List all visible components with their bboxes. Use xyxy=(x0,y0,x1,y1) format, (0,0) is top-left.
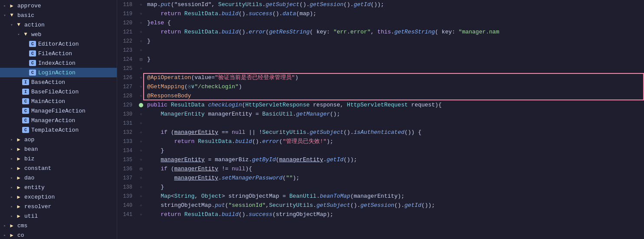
sidebar-item-BaseFileAction[interactable]: I BaseFileAction xyxy=(0,87,117,96)
line-gutter: ◆ xyxy=(137,93,145,98)
line-gutter: ◆ xyxy=(137,48,145,53)
folder-icon: ▶ xyxy=(15,184,23,191)
line-code: return ResultData.build().success(string… xyxy=(145,210,333,219)
line-gutter: ◆ xyxy=(137,212,145,217)
line-number: 121 xyxy=(117,29,137,35)
line-gutter: ◆ xyxy=(137,20,145,25)
line-gutter: ◆ xyxy=(137,139,145,144)
line-number: 127 xyxy=(117,84,137,90)
sidebar-item-MainAction[interactable]: C MainAction xyxy=(0,96,117,106)
class-icon: C xyxy=(22,98,30,105)
line-code: if (managerEntity != null){ xyxy=(145,164,252,173)
sidebar-item-biz[interactable]: ▸ ▶ biz xyxy=(0,154,117,163)
code-line: 134◆ } xyxy=(117,146,644,155)
sidebar-item-EditorAction[interactable]: C EditorAction xyxy=(0,39,117,49)
sidebar-item-action[interactable]: ▾ ▼ action xyxy=(0,20,117,30)
tree-arrow: ▸ xyxy=(9,214,15,219)
line-number: 137 xyxy=(117,175,137,181)
code-line: 121◆ return ResultData.build().error(get… xyxy=(117,27,644,37)
file-tree[interactable]: ▸ ▶ approve ▾ ▼ basic ▾ ▼ action ▾ ▼ web… xyxy=(0,0,117,239)
code-line: 128◆@ResponseBody xyxy=(117,91,644,100)
sidebar-item-basic[interactable]: ▾ ▼ basic xyxy=(0,10,117,20)
tree-arrow: ▾ xyxy=(2,13,8,18)
line-gutter: ⊟ xyxy=(137,57,145,62)
sidebar-item-exception[interactable]: ▸ ▶ exception xyxy=(0,192,117,202)
fold-icon[interactable]: ⊟ xyxy=(140,57,142,62)
tree-item-label: EditorAction xyxy=(38,41,79,47)
code-line: 140◆ stringObjectMap.put("sessionId",Sec… xyxy=(117,201,644,210)
code-line: 138◆ } xyxy=(117,183,644,192)
sidebar-item-ManagerAction[interactable]: C ManagerAction xyxy=(0,116,117,125)
tree-item-label: exception xyxy=(24,194,55,200)
sidebar-item-co[interactable]: ▸ ▶ co xyxy=(0,230,117,239)
line-number: 132 xyxy=(117,129,137,136)
line-code: @ResponseBody xyxy=(145,91,191,100)
line-code: map.put("sessionId", SecurityUtils.getSu… xyxy=(145,0,384,9)
line-code: ManagerEntity managerEntity = BasicUtil.… xyxy=(145,110,340,119)
line-number: 125 xyxy=(117,66,137,72)
sidebar-item-util[interactable]: ▸ ▶ util xyxy=(0,211,117,221)
line-number: 131 xyxy=(117,120,137,126)
sidebar-item-aop[interactable]: ▸ ▶ aop xyxy=(0,135,117,144)
folder-icon: ▶ xyxy=(8,222,16,229)
sidebar-item-ManageFileAction[interactable]: C ManageFileAction xyxy=(0,106,117,116)
folder-icon: ▶ xyxy=(15,203,23,210)
code-line: 118◆map.put("sessionId", SecurityUtils.g… xyxy=(117,0,644,9)
code-line: 129public ResultData checkLogin(HttpServ… xyxy=(117,100,644,110)
interface-icon: I xyxy=(22,79,30,86)
sidebar-item-TemplateAction[interactable]: C TemplateAction xyxy=(0,125,117,135)
class-icon: C xyxy=(29,70,36,76)
tree-item-label: constant xyxy=(24,165,51,172)
sidebar-item-LoginAction[interactable]: C LoginAction xyxy=(0,68,117,77)
line-number: 124 xyxy=(117,56,137,63)
folder-icon: ▶ xyxy=(15,213,23,219)
tree-item-label: dao xyxy=(24,175,34,181)
folder-icon: ▶ xyxy=(15,136,23,143)
line-code: public ResultData checkLogin(HttpServlet… xyxy=(145,100,442,110)
tree-arrow: ▸ xyxy=(9,185,15,190)
sidebar-item-BaseAction[interactable]: I BaseAction xyxy=(0,77,117,87)
tree-item-label: cms xyxy=(17,222,27,229)
tree-item-label: IndexAction xyxy=(38,60,76,66)
sidebar-item-bean[interactable]: ▸ ▶ bean xyxy=(0,144,117,154)
line-gutter: ◆ xyxy=(137,39,145,43)
tree-item-label: approve xyxy=(17,3,41,9)
line-gutter: ◆ xyxy=(137,30,145,34)
fold-icon[interactable]: ⊟ xyxy=(140,166,142,172)
tree-item-label: ManageFileAction xyxy=(31,108,85,114)
class-icon: C xyxy=(22,108,30,114)
highlight-box xyxy=(143,91,644,100)
line-gutter: ◆ xyxy=(137,84,145,89)
sidebar-item-constant[interactable]: ▸ ▶ constant xyxy=(0,163,117,173)
line-number: 118 xyxy=(117,2,137,8)
folder-open-icon: ▼ xyxy=(22,31,30,37)
code-line: 123◆ xyxy=(117,46,644,55)
code-line: 136⊟ if (managerEntity != null){ xyxy=(117,164,644,173)
folder-icon: ▶ xyxy=(8,3,16,9)
sidebar-item-IndexAction[interactable]: C IndexAction xyxy=(0,58,117,68)
code-line: 127◆@GetMapping(☉∨"/checkLogin") xyxy=(117,82,644,91)
tree-item-label: bean xyxy=(24,146,38,153)
sidebar-item-entity[interactable]: ▸ ▶ entity xyxy=(0,183,117,192)
sidebar-item-approve[interactable]: ▸ ▶ approve xyxy=(0,1,117,10)
code-editor: 118◆map.put("sessionId", SecurityUtils.g… xyxy=(117,0,644,239)
line-gutter xyxy=(137,103,145,107)
tree-arrow: ▾ xyxy=(9,23,15,27)
sidebar-item-dao[interactable]: ▸ ▶ dao xyxy=(0,173,117,183)
line-number: 120 xyxy=(117,20,137,26)
line-code: return ResultData.build().success().data… xyxy=(145,9,316,18)
tree-item-label: aop xyxy=(24,136,34,143)
code-line: 126◆@ApiOperation(value="验证当前是否已经登录管理员") xyxy=(117,73,644,82)
sidebar-item-resolver[interactable]: ▸ ▶ resolver xyxy=(0,202,117,211)
line-code: } xyxy=(145,183,164,192)
sidebar-item-web[interactable]: ▾ ▼ web xyxy=(0,30,117,39)
line-code: managerEntity = managerBiz.getById(manag… xyxy=(145,155,357,164)
sidebar-item-FileAction[interactable]: C FileAction xyxy=(0,49,117,58)
code-line: 132◆ if (managerEntity == null || !Secur… xyxy=(117,128,644,137)
folder-icon: ▶ xyxy=(15,146,23,153)
line-number: 140 xyxy=(117,202,137,209)
sidebar-item-cms[interactable]: ▸ ▶ cms xyxy=(0,221,117,230)
line-gutter: ◆ xyxy=(137,185,145,189)
line-gutter: ◆ xyxy=(137,11,145,16)
line-code: return ResultData.build().error(getResSt… xyxy=(145,27,499,37)
